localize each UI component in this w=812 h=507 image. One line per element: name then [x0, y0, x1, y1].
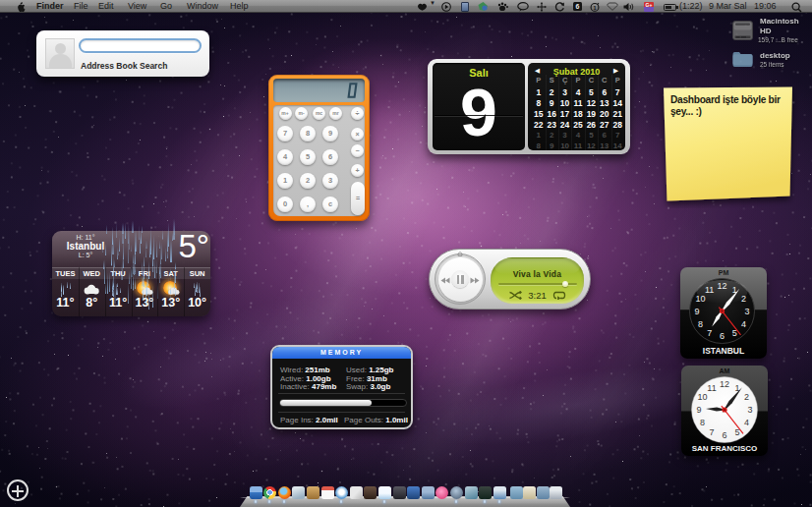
svg-text:12: 12	[720, 379, 729, 389]
svg-text:8: 8	[700, 418, 705, 427]
svg-text:2: 2	[741, 294, 746, 304]
svg-text:11: 11	[705, 285, 714, 295]
svg-text:4: 4	[741, 319, 746, 329]
svg-text:2: 2	[744, 392, 749, 402]
svg-text:6: 6	[720, 331, 725, 341]
svg-text:7: 7	[709, 427, 714, 437]
svg-text:11: 11	[707, 383, 716, 393]
svg-text:7: 7	[707, 328, 712, 338]
svg-text:9: 9	[696, 405, 701, 415]
svg-text:8: 8	[698, 319, 703, 329]
svg-text:1: 1	[593, 5, 596, 11]
svg-text:şey... :): şey... :)	[670, 106, 702, 117]
svg-text:6: 6	[722, 430, 726, 440]
svg-text:Dashboard işte böyle bir: Dashboard işte böyle bir	[670, 94, 781, 105]
svg-text:12: 12	[717, 281, 726, 291]
svg-text:4: 4	[744, 418, 749, 427]
svg-text:3: 3	[747, 405, 752, 415]
svg-text:9: 9	[694, 307, 699, 316]
svg-text:3: 3	[744, 307, 749, 316]
svg-text:10: 10	[695, 294, 705, 304]
svg-text:10: 10	[697, 392, 707, 402]
